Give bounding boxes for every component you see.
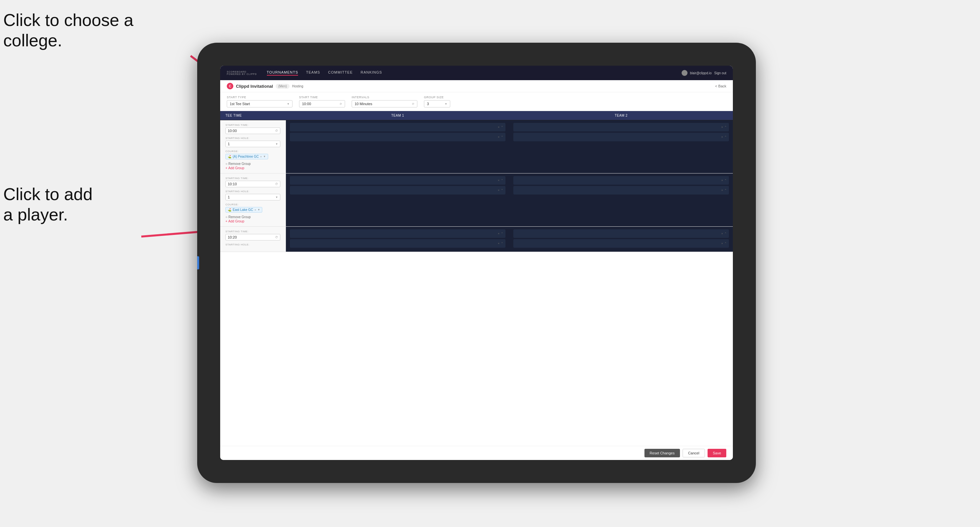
slot-up-btn[interactable]: ⌃	[501, 189, 503, 192]
annotation-choose-college: Click to choose a college.	[3, 10, 134, 51]
slot-up-btn[interactable]: ⌃	[724, 125, 727, 129]
reset-changes-button[interactable]: Reset Changes	[644, 449, 680, 457]
intervals-select[interactable]: 10 Minutes ⏱	[352, 100, 417, 108]
sign-out-link[interactable]: Sign out	[714, 71, 726, 75]
starting-time-input-2[interactable]: 10:10 ⏱	[226, 181, 280, 187]
player-slot[interactable]: × ⌃	[513, 229, 729, 238]
slot-x-btn[interactable]: ×	[498, 125, 500, 129]
nav-teams[interactable]: TEAMS	[306, 70, 320, 76]
save-button[interactable]: Save	[708, 449, 726, 457]
start-type-select[interactable]: 1st Tee Start ▼	[227, 100, 293, 108]
player-slot[interactable]: × ⌃	[290, 239, 506, 248]
player-slot[interactable]: × ⌃	[290, 133, 506, 141]
start-time-label: Start Time	[299, 95, 345, 99]
clippd-logo: C	[227, 83, 233, 89]
time-icon-1: ⏱	[275, 129, 278, 132]
team2-col-3: × ⌃ × ⌃	[509, 227, 733, 252]
tablet-screen: SCOREBOARD Powered by clippd TOURNAMENTS…	[220, 66, 733, 460]
slot-up-btn[interactable]: ⌃	[501, 179, 503, 182]
team1-col-1: × ⌃ × ⌃	[286, 120, 509, 173]
nav-rankings[interactable]: RANKINGS	[361, 70, 382, 76]
nav-committee[interactable]: COMMITTEE	[328, 70, 353, 76]
group-size-chevron: ▼	[445, 103, 447, 105]
team1-col-2: × ⌃ × ⌃	[286, 173, 509, 226]
course-remove-1[interactable]: ×	[260, 155, 262, 158]
starting-time-input-1[interactable]: 10:00 ⏱	[226, 127, 280, 134]
slot-x-btn[interactable]: ×	[721, 135, 723, 139]
slot-up-btn[interactable]: ⌃	[501, 242, 503, 245]
slot-up-btn[interactable]: ⌃	[724, 242, 727, 245]
course-tag-2[interactable]: ⛳ East Lake GC × ▼	[226, 207, 262, 213]
slot-x-btn[interactable]: ×	[721, 179, 723, 182]
time-icon-2: ⏱	[275, 183, 278, 186]
intervals-label: Intervals	[352, 95, 417, 99]
starting-hole-input-1[interactable]: 1 ▼	[226, 141, 280, 147]
tournament-title: Clippd Invitational	[236, 84, 273, 89]
bottom-bar: Reset Changes Cancel Save	[220, 446, 733, 460]
course-chevron-1[interactable]: ▼	[263, 155, 266, 158]
sub-header-left: C Clippd Invitational (Men) Hosting	[227, 83, 303, 89]
course-row-1: ⛳ (A) Peachtree GC × ▼	[226, 154, 280, 159]
course-tag-1[interactable]: ⛳ (A) Peachtree GC × ▼	[226, 154, 268, 159]
player-slot[interactable]: × ⌃	[513, 176, 729, 185]
table-row: STARTING TIME: 10:00 ⏱ STARTING HOLE: 1 …	[220, 120, 733, 173]
add-group-2[interactable]: + Add Group	[226, 219, 280, 223]
slot-x-btn[interactable]: ×	[721, 189, 723, 192]
time-icon-3: ⏱	[275, 236, 278, 239]
player-slot[interactable]: × ⌃	[290, 186, 506, 195]
player-slot[interactable]: × ⌃	[513, 186, 729, 195]
start-type-label: Start Type	[227, 95, 293, 99]
starting-time-label-2: STARTING TIME:	[226, 177, 280, 180]
course-remove-2[interactable]: ×	[255, 208, 256, 211]
slot-up-btn[interactable]: ⌃	[501, 135, 503, 139]
start-time-input[interactable]: 10:00 ⏱	[299, 100, 345, 108]
course-chevron-2[interactable]: ▼	[258, 208, 260, 211]
slot-actions: × ⌃	[498, 135, 503, 139]
player-slot[interactable]: × ⌃	[513, 123, 729, 132]
user-avatar	[682, 70, 687, 76]
starting-time-input-3[interactable]: 10:20 ⏱	[226, 234, 280, 241]
player-slot[interactable]: × ⌃	[513, 133, 729, 141]
cancel-button[interactable]: Cancel	[682, 449, 705, 457]
team2-col-1: × ⌃ × ⌃	[509, 120, 733, 173]
player-slot[interactable]: × ⌃	[290, 123, 506, 132]
slot-actions: × ⌃	[498, 125, 503, 129]
starting-hole-input-2[interactable]: 1 ▼	[226, 194, 280, 200]
remove-group-1[interactable]: ○ Remove Group	[226, 162, 280, 166]
slot-up-btn[interactable]: ⌃	[724, 135, 727, 139]
group-size-select[interactable]: 3 ▼	[424, 100, 450, 108]
add-group-1[interactable]: + Add Group	[226, 166, 280, 170]
slot-x-btn[interactable]: ×	[721, 232, 723, 235]
slot-x-btn[interactable]: ×	[498, 135, 500, 139]
course-row-2: ⛳ East Lake GC × ▼	[226, 207, 280, 213]
player-slot[interactable]: × ⌃	[513, 239, 729, 248]
slot-up-btn[interactable]: ⌃	[501, 232, 503, 235]
slot-up-btn[interactable]: ⌃	[724, 179, 727, 182]
main-content: STARTING TIME: 10:00 ⏱ STARTING HOLE: 1 …	[220, 120, 733, 446]
start-time-icon: ⏱	[339, 103, 342, 105]
slot-x-btn[interactable]: ×	[498, 189, 500, 192]
intervals-icon: ⏱	[412, 103, 414, 105]
tee-left-1: STARTING TIME: 10:00 ⏱ STARTING HOLE: 1 …	[220, 120, 286, 173]
table-row: STARTING TIME: 10:20 ⏱ STARTING HOLE: × …	[220, 227, 733, 252]
col-team2: Team 2	[509, 111, 733, 120]
slot-x-btn[interactable]: ×	[498, 232, 500, 235]
slot-x-btn[interactable]: ×	[498, 179, 500, 182]
slot-actions: × ⌃	[721, 125, 727, 129]
form-row: Start Type 1st Tee Start ▼ Start Time 10…	[220, 92, 733, 111]
slot-up-btn[interactable]: ⌃	[501, 125, 503, 129]
slot-x-btn[interactable]: ×	[498, 242, 500, 245]
slot-up-btn[interactable]: ⌃	[724, 232, 727, 235]
tablet-frame: SCOREBOARD Powered by clippd TOURNAMENTS…	[197, 43, 756, 483]
player-slot[interactable]: × ⌃	[290, 176, 506, 185]
slot-x-btn[interactable]: ×	[721, 242, 723, 245]
back-button[interactable]: < Back	[715, 84, 726, 88]
player-slot[interactable]: × ⌃	[290, 229, 506, 238]
slot-x-btn[interactable]: ×	[721, 125, 723, 129]
team2-col-2: × ⌃ × ⌃	[509, 173, 733, 226]
hole-chevron-1: ▼	[275, 143, 278, 146]
course-label-2: COURSE:	[226, 203, 280, 206]
nav-tournaments[interactable]: TOURNAMENTS	[267, 70, 298, 76]
remove-group-2[interactable]: ○ Remove Group	[226, 215, 280, 219]
slot-up-btn[interactable]: ⌃	[724, 189, 727, 192]
